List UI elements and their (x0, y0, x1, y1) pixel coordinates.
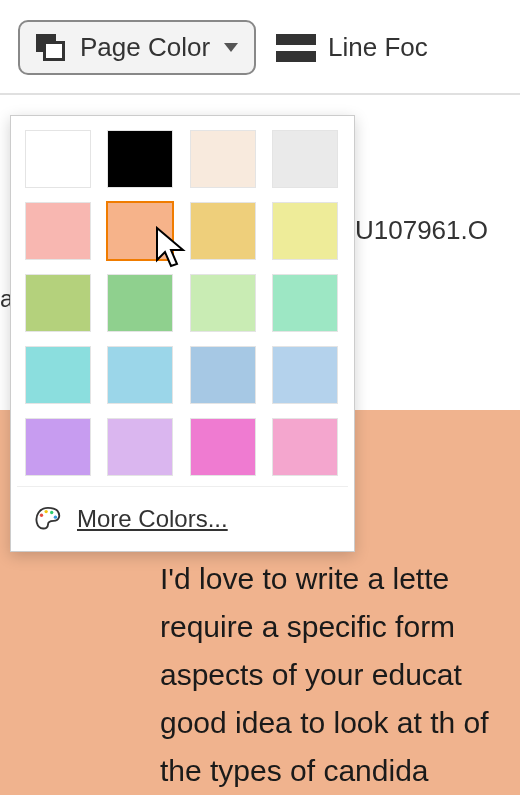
color-swatch[interactable] (25, 202, 91, 260)
color-swatch[interactable] (272, 346, 338, 404)
page-color-dropdown: More Colors... (10, 115, 355, 552)
color-swatch-grid (17, 124, 348, 486)
color-swatch[interactable] (272, 202, 338, 260)
color-swatch[interactable] (107, 130, 173, 188)
color-swatch[interactable] (107, 418, 173, 476)
color-swatch[interactable] (25, 130, 91, 188)
svg-point-1 (44, 510, 47, 513)
color-swatch[interactable] (25, 274, 91, 332)
color-swatch[interactable] (107, 202, 173, 260)
svg-point-0 (40, 514, 43, 517)
line-focus-label: Line Foc (328, 32, 428, 63)
svg-point-3 (54, 515, 57, 518)
color-swatch[interactable] (190, 202, 256, 260)
color-swatch[interactable] (190, 346, 256, 404)
more-colors-label: More Colors... (77, 505, 228, 533)
document-body-text: I'd love to write a lette​ require a spe… (160, 555, 516, 795)
palette-icon (33, 506, 63, 532)
page-color-button[interactable]: Page Color (18, 20, 256, 75)
page-color-label: Page Color (80, 32, 210, 63)
line-focus-button[interactable]: Line Foc (276, 32, 428, 63)
chevron-down-icon (224, 43, 238, 52)
color-swatch[interactable] (272, 274, 338, 332)
color-swatch[interactable] (25, 418, 91, 476)
svg-point-2 (50, 511, 53, 514)
color-swatch[interactable] (107, 346, 173, 404)
line-focus-icon (276, 34, 316, 62)
doc-id-text: U107961.O (355, 215, 520, 246)
color-swatch[interactable] (272, 418, 338, 476)
more-colors-button[interactable]: More Colors... (17, 486, 348, 551)
page-color-icon (36, 34, 70, 62)
color-swatch[interactable] (190, 418, 256, 476)
color-swatch[interactable] (190, 130, 256, 188)
color-swatch[interactable] (190, 274, 256, 332)
color-swatch[interactable] (107, 274, 173, 332)
color-swatch[interactable] (272, 130, 338, 188)
toolbar: Page Color Line Foc (0, 0, 520, 95)
color-swatch[interactable] (25, 346, 91, 404)
